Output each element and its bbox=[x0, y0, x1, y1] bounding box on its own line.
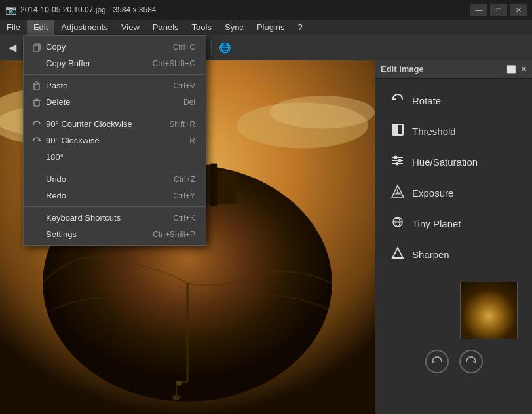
edit-dropdown-menu: Copy Ctrl+C Copy Buffer Ctrl+Shift+C Pas… bbox=[23, 35, 206, 246]
tool-tiny-planet[interactable]: Tiny Planet bbox=[383, 210, 524, 238]
menu-item-undo[interactable]: Undo Ctrl+Z bbox=[24, 171, 206, 187]
exposure-icon bbox=[390, 184, 406, 202]
rotate-icon bbox=[390, 92, 406, 109]
delete-icon bbox=[31, 98, 42, 107]
tiny-planet-icon bbox=[390, 215, 406, 233]
copy-menu-icon bbox=[31, 43, 42, 52]
tiny-planet-label: Tiny Planet bbox=[412, 218, 461, 229]
redo-shortcut: Ctrl+Y bbox=[173, 191, 195, 200]
threshold-label: Threshold bbox=[412, 126, 456, 137]
menu-adjustments[interactable]: Adjustments bbox=[54, 20, 115, 35]
menu-item-redo[interactable]: Redo Ctrl+Y bbox=[24, 187, 206, 204]
app-icon: 📷 bbox=[5, 5, 16, 15]
tool-threshold[interactable]: Threshold bbox=[383, 117, 524, 145]
svg-rect-51 bbox=[33, 45, 39, 52]
menu-item-keyboard-shortcuts[interactable]: Keyboard Shortcuts Ctrl+K bbox=[24, 210, 206, 226]
image-thumbnail bbox=[460, 282, 518, 339]
toolbar-sep-4 bbox=[211, 41, 212, 55]
maximize-button[interactable]: □ bbox=[490, 4, 507, 16]
menu-item-paste[interactable]: Paste Ctrl+V bbox=[24, 77, 206, 94]
panel-expand-icon[interactable]: ⬜ bbox=[506, 65, 516, 74]
menu-edit[interactable]: Edit bbox=[27, 20, 54, 35]
menu-sep-4 bbox=[24, 206, 206, 207]
paste-label: Paste bbox=[46, 81, 153, 90]
delete-label: Delete bbox=[46, 97, 164, 107]
svg-point-40 bbox=[398, 159, 402, 162]
panel-tools: Rotate Threshold bbox=[375, 79, 532, 276]
svg-rect-27 bbox=[217, 172, 237, 204]
menu-bar: File Edit Adjustments View Panels Tools … bbox=[0, 20, 532, 35]
menu-sync[interactable]: Sync bbox=[218, 20, 250, 35]
toolbar-globe-button[interactable]: 🌐 bbox=[215, 39, 235, 57]
panel-close-icon[interactable]: ✕ bbox=[520, 65, 527, 74]
settings-shortcut: Ctrl+Shift+P bbox=[153, 230, 195, 239]
hue-saturation-label: Hue/Saturation bbox=[412, 157, 478, 168]
sharpen-label: Sharpen bbox=[412, 249, 449, 260]
undo-label: Undo bbox=[46, 174, 154, 184]
hue-saturation-icon bbox=[390, 153, 406, 171]
rotate-ccw-button[interactable] bbox=[425, 350, 449, 373]
menu-tools[interactable]: Tools bbox=[185, 20, 218, 35]
copy-buffer-shortcut: Ctrl+Shift+C bbox=[153, 59, 195, 68]
menu-panels[interactable]: Panels bbox=[146, 20, 185, 35]
undo-shortcut: Ctrl+Z bbox=[174, 175, 195, 184]
menu-item-rotate-ccw[interactable]: 90° Counter Clockwise Shift+R bbox=[24, 116, 206, 132]
back-button[interactable]: ◀ bbox=[3, 39, 22, 57]
menu-item-rotate-180[interactable]: 180° bbox=[24, 149, 206, 165]
menu-item-delete[interactable]: Delete Del bbox=[24, 94, 206, 110]
copy-buffer-label: Copy Buffer bbox=[46, 58, 133, 68]
svg-point-48 bbox=[396, 217, 399, 219]
minimize-button[interactable]: — bbox=[470, 4, 487, 16]
rotate-ccw-shortcut: Shift+R bbox=[169, 120, 195, 129]
tool-exposure[interactable]: Exposure bbox=[383, 179, 524, 207]
tool-sharpen[interactable]: Sharpen bbox=[383, 240, 524, 269]
menu-plugins[interactable]: Plugins bbox=[250, 20, 292, 35]
threshold-icon bbox=[390, 122, 406, 140]
menu-sep-1 bbox=[24, 74, 206, 75]
menu-item-rotate-cw[interactable]: 90° Clockwise R bbox=[24, 132, 206, 149]
settings-label: Settings bbox=[46, 229, 133, 239]
panel-title: Edit Image bbox=[381, 64, 424, 74]
tool-rotate[interactable]: Rotate bbox=[383, 86, 524, 115]
paste-shortcut: Ctrl+V bbox=[173, 81, 195, 90]
rotate-cw-menu-icon bbox=[31, 136, 42, 145]
sharpen-icon bbox=[390, 246, 406, 263]
rotate-ccw-label: 90° Counter Clockwise bbox=[46, 119, 149, 129]
menu-item-settings[interactable]: Settings Ctrl+Shift+P bbox=[24, 226, 206, 242]
paste-icon bbox=[31, 81, 42, 90]
copy-label: Copy bbox=[46, 42, 153, 52]
svg-rect-28 bbox=[210, 164, 217, 206]
menu-sep-3 bbox=[24, 168, 206, 168]
right-panel: Edit Image ⬜ ✕ Rotate bbox=[375, 60, 532, 414]
rotate-label: Rotate bbox=[412, 95, 441, 106]
rotate-cw-shortcut: R bbox=[189, 136, 195, 145]
menu-file[interactable]: File bbox=[0, 20, 27, 35]
exposure-label: Exposure bbox=[412, 187, 453, 198]
svg-point-41 bbox=[396, 162, 399, 166]
menu-item-copy[interactable]: Copy Ctrl+C bbox=[24, 39, 206, 55]
menu-item-copy-buffer[interactable]: Copy Buffer Ctrl+Shift+C bbox=[24, 55, 206, 71]
svg-rect-54 bbox=[34, 100, 39, 106]
window-title: 2014-10-05 20.10.07.jpg - 3584 x 3584 bbox=[20, 5, 157, 14]
thumbnail-image bbox=[461, 282, 517, 339]
keyboard-shortcuts-shortcut: Ctrl+K bbox=[173, 214, 195, 223]
svg-rect-56 bbox=[35, 99, 38, 100]
menu-view[interactable]: View bbox=[115, 20, 146, 35]
copy-shortcut: Ctrl+C bbox=[173, 43, 195, 52]
title-bar-left: 📷 2014-10-05 20.10.07.jpg - 3584 x 3584 bbox=[5, 5, 157, 15]
keyboard-shortcuts-label: Keyboard Shortcuts bbox=[46, 213, 153, 223]
svg-point-33 bbox=[172, 395, 180, 400]
delete-shortcut: Del bbox=[183, 98, 195, 107]
tool-hue-saturation[interactable]: Hue/Saturation bbox=[383, 148, 524, 176]
svg-point-15 bbox=[269, 96, 375, 128]
window-controls: — □ ✕ bbox=[470, 4, 527, 16]
rotate-cw-button[interactable] bbox=[459, 350, 483, 373]
redo-label: Redo bbox=[46, 191, 153, 200]
close-button[interactable]: ✕ bbox=[510, 4, 527, 16]
svg-marker-49 bbox=[392, 248, 403, 258]
menu-help[interactable]: ? bbox=[292, 20, 309, 35]
panel-header: Edit Image ⬜ ✕ bbox=[375, 60, 532, 79]
panel-header-icons: ⬜ ✕ bbox=[506, 65, 527, 74]
title-bar: 📷 2014-10-05 20.10.07.jpg - 3584 x 3584 … bbox=[0, 0, 532, 20]
svg-rect-35 bbox=[392, 124, 398, 135]
